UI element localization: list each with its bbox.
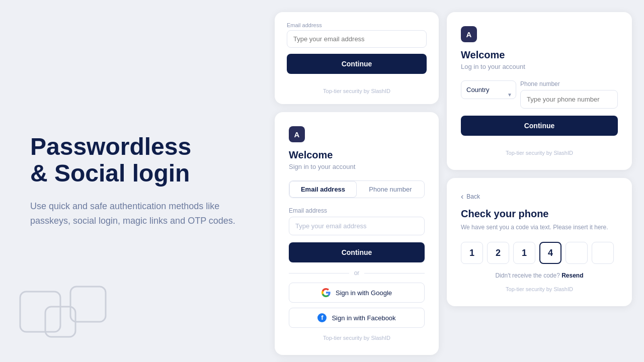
email-label: Email address	[289, 207, 425, 214]
otp-box-4[interactable]	[566, 242, 588, 264]
app-logo-phone: A	[461, 26, 477, 42]
otp-card: Back Check your phone We have sent you a…	[447, 178, 632, 306]
security-footer-card4: Top-tier security by SlashID	[461, 286, 618, 292]
resend-link[interactable]: Resend	[561, 272, 583, 279]
otp-back-label: Back	[466, 193, 480, 200]
continue-btn-card2[interactable]: Continue	[461, 116, 618, 136]
left-panel: Passwordless & Social login Use quick an…	[0, 0, 267, 362]
google-icon	[321, 288, 331, 297]
otp-box-1[interactable]: 2	[487, 242, 509, 264]
security-footer-card1: Top-tier security by SlashID	[289, 335, 425, 341]
facebook-icon: f	[317, 313, 327, 322]
otp-back-link[interactable]: Back	[461, 192, 618, 201]
card2-subtitle: Log in to your account	[461, 63, 618, 70]
country-select-wrapper: Country ▼	[461, 80, 516, 109]
otp-desc: We have sent you a code via text. Please…	[461, 223, 618, 232]
email-label-sm: Email address	[287, 22, 427, 28]
otp-box-2[interactable]: 1	[513, 242, 535, 264]
tab-email[interactable]: Email address	[289, 181, 357, 198]
continue-btn-top[interactable]: Continue	[287, 54, 427, 74]
or-divider: or	[289, 269, 425, 277]
right-panel: Email address Continue Top-tier security…	[267, 0, 644, 362]
security-footer-top: Top-tier security by SlashID	[287, 88, 427, 94]
email-input-sm[interactable]	[287, 30, 427, 48]
otp-box-5[interactable]	[592, 242, 614, 264]
svg-rect-0	[20, 292, 60, 332]
decor-shape	[15, 282, 116, 342]
main-heading: Passwordless & Social login	[30, 134, 236, 187]
card1-subtitle: Sign in to your account	[289, 163, 425, 170]
or-text: or	[354, 269, 360, 277]
col-right: A Welcome Log in to your account Country…	[447, 12, 632, 350]
card2-title: Welcome	[461, 49, 618, 61]
tab-phone[interactable]: Phone number	[357, 181, 424, 198]
otp-inputs: 1 2 1 4	[461, 242, 618, 264]
main-login-card: A Welcome Sign in to your account Email …	[275, 112, 439, 355]
card1-title: Welcome	[289, 149, 425, 161]
phone-form-group: Country ▼ Phone number	[461, 80, 618, 109]
facebook-signin-btn[interactable]: f Sign in with Facebook	[289, 308, 425, 328]
otp-title: Check your phone	[461, 208, 618, 220]
auth-tabs: Email address Phone number	[289, 180, 425, 198]
otp-box-0[interactable]: 1	[461, 242, 483, 264]
continue-btn-card1[interactable]: Continue	[289, 242, 425, 262]
facebook-btn-label: Sign in with Facebook	[332, 314, 395, 322]
top-email-card: Email address Continue Top-tier security…	[275, 12, 439, 104]
email-input[interactable]	[289, 217, 425, 235]
phone-login-card: A Welcome Log in to your account Country…	[447, 12, 632, 170]
google-signin-btn[interactable]: Sign in with Google	[289, 283, 425, 303]
phone-input-wrapper: Phone number	[520, 80, 618, 109]
col-left: Email address Continue Top-tier security…	[275, 12, 439, 350]
otp-box-3[interactable]: 4	[539, 242, 561, 264]
google-btn-label: Sign in with Google	[336, 289, 392, 297]
security-footer-card2: Top-tier security by SlashID	[461, 150, 618, 156]
phone-input[interactable]	[520, 90, 618, 109]
resend-text: Didn't receive the code? Resend	[461, 272, 618, 279]
email-form-group: Email address	[289, 207, 425, 235]
app-logo: A	[289, 126, 305, 142]
main-description: Use quick and safe authentication method…	[30, 199, 236, 228]
resend-prompt: Didn't receive the code?	[495, 272, 559, 279]
phone-label: Phone number	[520, 80, 618, 87]
country-select[interactable]: Country	[461, 80, 516, 99]
